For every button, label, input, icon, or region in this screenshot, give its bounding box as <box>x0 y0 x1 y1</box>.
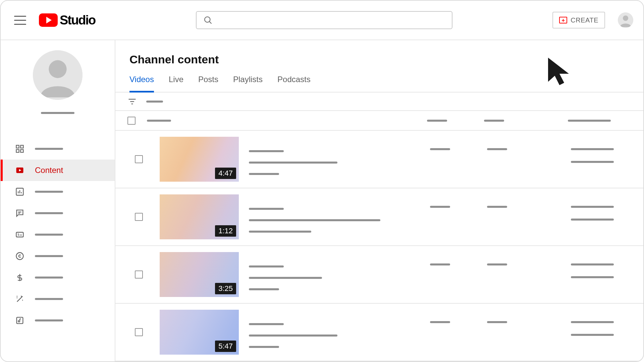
tab-posts[interactable]: Posts <box>198 75 218 93</box>
video-desc-placeholder <box>249 231 311 233</box>
svg-rect-6 <box>16 145 19 148</box>
channel-avatar[interactable] <box>33 50 83 100</box>
cell-placeholder <box>430 148 450 150</box>
tab-podcasts[interactable]: Podcasts <box>277 75 311 93</box>
nav-label-placeholder <box>35 298 63 300</box>
filter-bar <box>115 93 643 111</box>
nav-label-placeholder <box>35 212 63 214</box>
cell-placeholder <box>571 206 614 208</box>
nav-earn[interactable] <box>1 267 115 288</box>
cursor-icon <box>544 55 578 88</box>
create-label: CREATE <box>571 16 598 24</box>
video-desc-placeholder <box>249 335 337 337</box>
comments-icon <box>15 208 25 218</box>
duration-badge: 4:47 <box>215 168 236 179</box>
video-thumbnail[interactable]: 1:12 <box>160 194 239 239</box>
video-desc-placeholder <box>249 173 279 175</box>
menu-button[interactable] <box>14 16 26 25</box>
svg-line-25 <box>21 296 22 297</box>
nav-copyright[interactable] <box>1 245 115 267</box>
tab-live[interactable]: Live <box>169 75 183 93</box>
app-window: Studio + CREATE <box>0 0 644 362</box>
col-header-placeholder <box>427 120 447 122</box>
video-title-placeholder <box>249 323 284 325</box>
video-thumbnail[interactable]: 3:25 <box>160 252 239 297</box>
col-header-placeholder <box>568 120 611 122</box>
nav-label-placeholder <box>35 148 63 150</box>
video-desc-placeholder <box>249 288 279 290</box>
tab-videos[interactable]: Videos <box>129 75 154 93</box>
cell-placeholder <box>571 161 614 163</box>
subtitles-icon <box>15 230 25 240</box>
svg-point-0 <box>205 17 210 22</box>
content-icon <box>15 165 25 175</box>
sidebar: Content <box>1 40 115 361</box>
play-icon <box>39 13 58 27</box>
channel-name-placeholder <box>41 112 74 114</box>
person-icon <box>33 50 83 100</box>
filter-placeholder <box>146 101 163 103</box>
row-checkbox[interactable] <box>135 155 143 163</box>
nav-label-placeholder <box>35 277 63 279</box>
nav-content[interactable]: Content <box>1 160 115 181</box>
svg-line-1 <box>210 22 212 24</box>
nav-analytics[interactable] <box>1 181 115 202</box>
video-title-placeholder <box>249 208 284 210</box>
nav-label-placeholder <box>35 191 63 193</box>
copyright-icon <box>15 251 25 261</box>
nav-label-placeholder <box>35 234 63 236</box>
cell-placeholder <box>571 219 614 221</box>
account-avatar[interactable] <box>618 12 633 28</box>
nav-audio[interactable] <box>1 310 115 331</box>
nav-subtitles[interactable] <box>1 224 115 245</box>
video-desc-placeholder <box>249 219 380 221</box>
svg-rect-9 <box>20 149 23 152</box>
search-input[interactable] <box>196 11 452 29</box>
logo[interactable]: Studio <box>39 13 95 27</box>
svg-rect-8 <box>16 149 19 152</box>
nav: Content <box>1 138 115 331</box>
video-title-placeholder <box>249 265 284 267</box>
create-button[interactable]: + CREATE <box>552 12 605 28</box>
video-desc-placeholder <box>249 277 322 279</box>
cell-placeholder <box>487 321 507 323</box>
cell-placeholder <box>571 334 614 336</box>
nav-customization[interactable] <box>1 288 115 310</box>
select-all-checkbox[interactable] <box>127 117 136 125</box>
row-checkbox[interactable] <box>135 328 143 336</box>
svg-point-3 <box>623 15 628 21</box>
table-header <box>115 111 643 131</box>
analytics-icon <box>15 187 25 197</box>
video-row[interactable]: 3:25 <box>115 246 643 304</box>
cell-placeholder <box>571 321 614 323</box>
filter-icon[interactable] <box>127 97 137 106</box>
nav-label-placeholder <box>35 255 63 257</box>
nav-content-label: Content <box>35 166 63 175</box>
tab-playlists[interactable]: Playlists <box>233 75 263 93</box>
cell-placeholder <box>430 263 450 265</box>
video-row[interactable]: 1:12 <box>115 188 643 246</box>
video-row[interactable]: 5:47 <box>115 304 643 361</box>
col-header-placeholder <box>147 120 171 122</box>
nav-comments[interactable] <box>1 202 115 224</box>
row-checkbox[interactable] <box>135 213 143 221</box>
cell-placeholder <box>487 148 507 150</box>
video-thumbnail[interactable]: 5:47 <box>160 310 239 355</box>
cell-placeholder <box>430 321 450 323</box>
cell-placeholder <box>571 263 614 265</box>
video-title-placeholder <box>249 150 284 152</box>
row-checkbox[interactable] <box>135 270 143 279</box>
search-icon <box>203 15 213 25</box>
create-plus-icon: + <box>559 17 567 23</box>
cell-placeholder <box>571 148 614 150</box>
video-list: 4:47 1:12 <box>115 131 643 361</box>
cell-placeholder <box>571 276 614 278</box>
header: Studio + CREATE <box>1 1 643 40</box>
video-thumbnail[interactable]: 4:47 <box>160 137 239 182</box>
video-desc-placeholder <box>249 346 279 348</box>
video-row[interactable]: 4:47 <box>115 131 643 188</box>
audio-icon <box>15 315 25 325</box>
wand-icon <box>15 294 25 304</box>
video-desc-placeholder <box>249 162 337 164</box>
nav-dashboard[interactable] <box>1 138 115 160</box>
